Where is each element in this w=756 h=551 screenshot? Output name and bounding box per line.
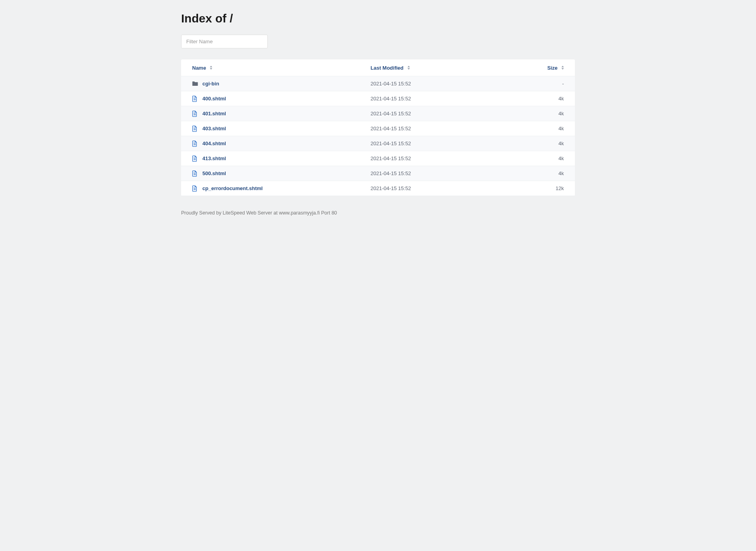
- sort-icon: [408, 66, 410, 70]
- file-icon: [192, 155, 202, 162]
- table-row: cgi-bin2021-04-15 15:52-: [181, 76, 575, 91]
- file-link[interactable]: 400.shtml: [202, 96, 226, 102]
- size-cell: 4k: [532, 111, 564, 116]
- column-header-size[interactable]: Size: [547, 65, 564, 71]
- folder-icon: [192, 81, 202, 86]
- sort-icon: [561, 66, 564, 70]
- column-header-modified-label: Last Modified: [371, 65, 404, 71]
- table-row: 401.shtml2021-04-15 15:524k: [181, 106, 575, 121]
- directory-listing: Name Last Modified Size cgi-bin2021-04-1…: [181, 59, 575, 196]
- file-icon: [192, 96, 202, 102]
- column-header-name[interactable]: Name: [192, 65, 212, 71]
- file-icon: [192, 185, 202, 192]
- column-header-modified[interactable]: Last Modified: [371, 65, 410, 71]
- file-link[interactable]: 500.shtml: [202, 170, 226, 176]
- size-cell: 4k: [532, 126, 564, 131]
- table-row: 500.shtml2021-04-15 15:524k: [181, 166, 575, 181]
- size-cell: 4k: [532, 155, 564, 161]
- size-cell: 4k: [532, 170, 564, 176]
- file-link[interactable]: cp_errordocument.shtml: [202, 185, 263, 191]
- folder-link[interactable]: cgi-bin: [202, 81, 219, 87]
- file-link[interactable]: 404.shtml: [202, 141, 226, 146]
- size-cell: -: [532, 81, 564, 87]
- modified-cell: 2021-04-15 15:52: [371, 126, 532, 131]
- modified-cell: 2021-04-15 15:52: [371, 81, 532, 87]
- size-cell: 4k: [532, 96, 564, 102]
- modified-cell: 2021-04-15 15:52: [371, 185, 532, 191]
- file-link[interactable]: 403.shtml: [202, 126, 226, 131]
- file-icon: [192, 141, 202, 147]
- column-header-size-label: Size: [547, 65, 558, 71]
- table-row: 400.shtml2021-04-15 15:524k: [181, 91, 575, 106]
- file-icon: [192, 170, 202, 177]
- column-header-name-label: Name: [192, 65, 206, 71]
- modified-cell: 2021-04-15 15:52: [371, 170, 532, 176]
- filter-name-input[interactable]: [181, 35, 268, 48]
- table-row: 403.shtml2021-04-15 15:524k: [181, 121, 575, 136]
- table-row: 413.shtml2021-04-15 15:524k: [181, 151, 575, 166]
- file-link[interactable]: 401.shtml: [202, 111, 226, 116]
- server-footer: Proudly Served by LiteSpeed Web Server a…: [181, 210, 575, 216]
- modified-cell: 2021-04-15 15:52: [371, 111, 532, 116]
- page-title: Index of /: [181, 12, 575, 25]
- table-row: cp_errordocument.shtml2021-04-15 15:5212…: [181, 181, 575, 196]
- table-header-row: Name Last Modified Size: [181, 59, 575, 76]
- modified-cell: 2021-04-15 15:52: [371, 155, 532, 161]
- file-link[interactable]: 413.shtml: [202, 155, 226, 161]
- sort-icon: [210, 66, 212, 70]
- size-cell: 4k: [532, 141, 564, 146]
- modified-cell: 2021-04-15 15:52: [371, 141, 532, 146]
- modified-cell: 2021-04-15 15:52: [371, 96, 532, 102]
- file-icon: [192, 126, 202, 132]
- table-row: 404.shtml2021-04-15 15:524k: [181, 136, 575, 151]
- size-cell: 12k: [532, 185, 564, 191]
- file-icon: [192, 111, 202, 117]
